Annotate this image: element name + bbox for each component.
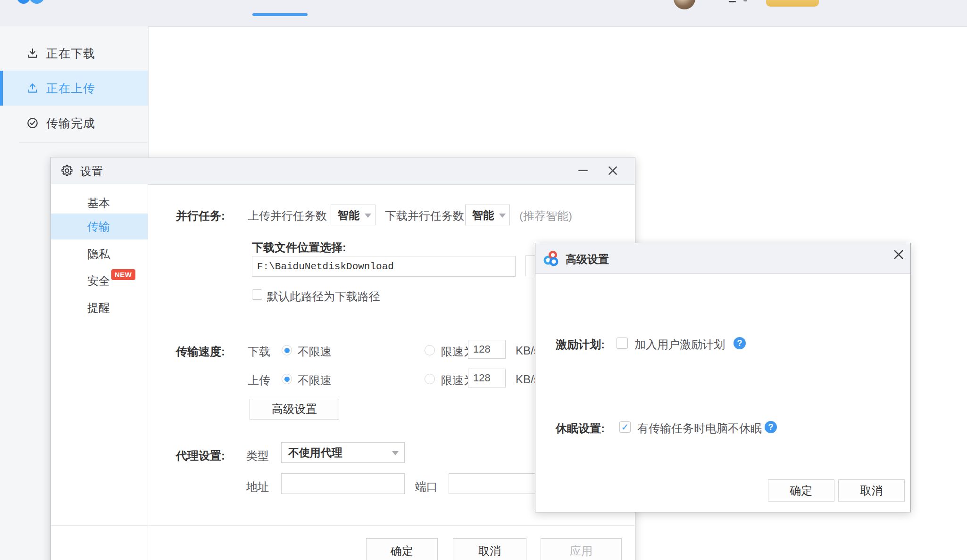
download-limit-radio[interactable]	[425, 345, 435, 355]
sidebar-item-label: 正在上传	[46, 81, 95, 96]
advanced-settings-button[interactable]: 高级设置	[250, 399, 339, 420]
minimize-icon[interactable]	[578, 170, 588, 171]
help-icon[interactable]: ?	[765, 421, 777, 433]
settings-nav: 基本 传输 隐私 安全 NEW 提醒	[51, 184, 148, 560]
close-icon[interactable]	[607, 165, 619, 179]
proxy-type-label: 类型	[246, 448, 269, 463]
incentive-section-label: 激励计划:	[556, 337, 605, 352]
sidebar-item-completed[interactable]: 传输完成	[0, 106, 148, 140]
speed-download-label: 下载	[248, 344, 270, 359]
nav-label: 隐私	[87, 247, 110, 262]
sidebar-item-uploading[interactable]: 正在上传	[0, 71, 148, 106]
minimize-icon[interactable]	[729, 1, 736, 2]
sidebar-divider	[19, 142, 148, 143]
advanced-dialog-titlebar: 高级设置	[535, 243, 910, 274]
settings-nav-basic[interactable]: 基本	[51, 191, 148, 215]
download-location-label: 下载文件位置选择:	[252, 240, 346, 255]
vip-button[interactable]	[766, 0, 819, 7]
parallel-section-label: 并行任务:	[176, 208, 225, 223]
upload-icon	[26, 82, 39, 94]
select-value: 不使用代理	[288, 445, 342, 460]
help-glyph: ?	[737, 338, 742, 348]
proxy-address-input[interactable]	[281, 473, 405, 494]
upload-limit-input[interactable]: 128	[468, 369, 506, 387]
download-path-input[interactable]: F:\BaiduNetdiskDownload	[252, 256, 516, 277]
chevron-icon[interactable]	[743, 0, 747, 1]
sleep-checkbox[interactable]	[619, 421, 631, 433]
settings-cancel-button[interactable]: 取消	[453, 538, 526, 560]
nav-label: 基本	[87, 196, 110, 211]
settings-ok-button[interactable]: 确定	[366, 538, 438, 560]
default-path-checkbox-label: 默认此路径为下载路径	[267, 289, 380, 304]
nav-label: 安全	[87, 273, 110, 288]
user-avatar[interactable]	[674, 0, 695, 9]
sidebar-item-downloading[interactable]: 正在下载	[0, 36, 148, 71]
button-label: 应用	[570, 544, 592, 559]
incentive-checkbox-label: 加入用户激励计划	[634, 337, 725, 352]
upload-unlimited-label: 不限速	[298, 373, 332, 388]
advanced-ok-button[interactable]: 确定	[768, 479, 834, 502]
topbar	[0, 0, 967, 27]
button-label: 取消	[860, 483, 883, 498]
active-tab-indicator	[252, 13, 308, 16]
sidebar-item-label: 正在下载	[46, 46, 95, 61]
settings-nav-reminder[interactable]: 提醒	[51, 296, 148, 320]
download-icon	[26, 47, 39, 59]
download-parallel-label: 下载并行任务数	[385, 208, 464, 223]
sleep-section-label: 休眠设置:	[556, 421, 605, 436]
advanced-settings-dialog: 高级设置 激励计划: 加入用户激励计划 ? 休眠设置: 有传输任务时电脑不休眠 …	[535, 243, 911, 512]
app-logo-icon	[17, 0, 30, 4]
upload-parallel-select[interactable]: 智能	[331, 205, 375, 225]
limit-value: 128	[473, 343, 491, 355]
select-value: 智能	[472, 208, 494, 222]
settings-nav-transfer[interactable]: 传输	[51, 214, 148, 239]
new-badge: NEW	[111, 269, 135, 280]
settings-dialog-titlebar: 设置	[51, 157, 635, 185]
button-label: 确定	[391, 544, 413, 559]
nav-label: 提醒	[87, 300, 110, 315]
nav-label: 传输	[87, 219, 110, 234]
proxy-type-select[interactable]: 不使用代理	[281, 442, 405, 463]
speed-section-label: 传输速度:	[176, 344, 225, 359]
button-label: 取消	[478, 544, 501, 559]
download-parallel-select[interactable]: 智能	[465, 205, 510, 225]
button-label: 确定	[790, 483, 813, 498]
help-glyph: ?	[768, 422, 774, 432]
upload-unlimited-radio[interactable]	[282, 374, 292, 384]
chevron-down-icon	[392, 451, 399, 455]
limit-value: 128	[473, 372, 491, 384]
chevron-down-icon	[365, 214, 371, 218]
download-path-value: F:\BaiduNetdiskDownload	[257, 261, 394, 272]
default-path-checkbox[interactable]	[252, 289, 262, 300]
sleep-checkbox-label: 有传输任务时电脑不休眠	[637, 421, 762, 436]
check-circle-icon	[26, 117, 39, 129]
sidebar-item-label: 传输完成	[46, 115, 95, 131]
settings-dialog-title: 设置	[80, 164, 103, 179]
netdisk-logo-icon	[543, 250, 559, 268]
speed-upload-label: 上传	[248, 373, 270, 388]
download-unlimited-radio[interactable]	[282, 345, 292, 355]
proxy-address-label: 地址	[246, 479, 269, 494]
button-label: 高级设置	[272, 402, 317, 417]
settings-apply-button[interactable]: 应用	[541, 538, 622, 560]
select-value: 智能	[338, 208, 359, 222]
settings-nav-privacy[interactable]: 隐私	[51, 242, 148, 266]
incentive-checkbox[interactable]	[617, 338, 628, 349]
advanced-dialog-title: 高级设置	[566, 252, 609, 267]
settings-nav-security[interactable]: 安全 NEW	[51, 269, 148, 293]
help-icon[interactable]: ?	[734, 337, 746, 349]
footer-divider	[51, 525, 635, 526]
app-logo-icon	[29, 0, 44, 4]
proxy-port-label: 端口	[415, 479, 438, 494]
proxy-section-label: 代理设置:	[176, 448, 225, 463]
download-unlimited-label: 不限速	[298, 344, 332, 359]
upload-limit-radio[interactable]	[425, 374, 435, 384]
gear-icon	[60, 164, 74, 179]
close-icon[interactable]	[892, 248, 905, 263]
advanced-cancel-button[interactable]: 取消	[838, 479, 905, 502]
parallel-hint: (推荐智能)	[519, 208, 572, 223]
upload-parallel-label: 上传并行任务数	[248, 208, 327, 223]
chevron-down-icon	[499, 214, 506, 218]
download-limit-input[interactable]: 128	[468, 340, 506, 359]
